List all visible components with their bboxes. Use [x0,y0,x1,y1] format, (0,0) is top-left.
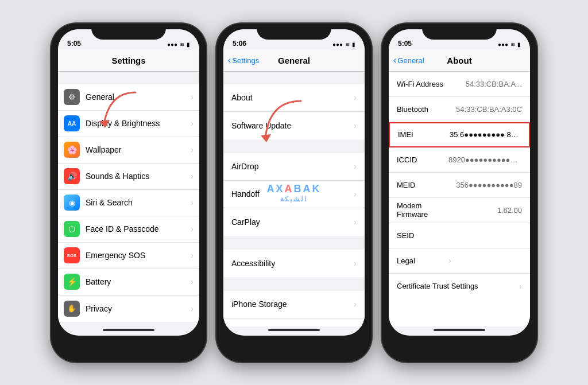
iccid-label: ICCID [397,155,448,164]
general-item-handoff[interactable]: Handoff › [223,181,365,208]
nav-bar-1: Settings [58,50,199,72]
wallpaper-label: Wallpaper [86,145,191,154]
settings-list-1: ⚙ General › AA Display & Brightness › [58,72,199,326]
privacy-chevron: › [191,304,194,313]
display-icon: AA [64,115,80,131]
carplay-label: CarPlay [231,217,354,227]
detail-bluetooth: Bluetooth 54:33:CB:BA:A3:0C [389,97,530,122]
bluetooth-value: 54:33:CB:BA:A3:0C [448,105,522,114]
cert-chevron: › [519,282,522,291]
general-group-3: Accessibility › [223,250,365,277]
screen-1: 5:05 ●●● ≋ ▮ Settings [58,29,199,336]
screen-3: 5:05 ●●● ≋ ▮ ‹ General About [389,29,530,336]
settings-item-sounds[interactable]: 🔊 Sounds & Haptics › [58,164,199,190]
general-label: General [86,92,191,102]
wifi-icon-2: ≋ [345,41,350,48]
battery-chevron: › [191,277,194,286]
wifi-address-label: Wi-Fi Address [397,80,448,88]
siri-chevron: › [191,198,194,207]
wallpaper-icon: 🌸 [64,142,80,158]
handoff-label: Handoff [231,189,354,199]
nav-back-2[interactable]: ‹ Settings [228,55,259,65]
settings-item-privacy[interactable]: ✋ Privacy › [58,295,199,322]
software-chevron: › [354,121,357,130]
status-icons-1: ●●● ≋ ▮ [167,41,190,48]
phone-3: 5:05 ●●● ≋ ▮ ‹ General About [382,24,537,362]
about-chevron: › [354,93,357,102]
general-item-bgrefresh[interactable]: Background App Refresh › [223,318,365,326]
back-label-3: General [397,56,424,65]
meid-value: 356●●●●●●●●●●89 [448,181,522,189]
signal-icon-2: ●●● [332,41,343,48]
faceid-chevron: › [191,224,194,234]
general-group-4: iPhone Storage › Background App Refresh … [223,291,365,326]
detail-meid: MEID 356●●●●●●●●●●89 [389,173,530,198]
battery-label: Battery [86,277,191,286]
settings-item-general[interactable]: ⚙ General › [58,84,199,111]
section-group-1: ⚙ General › AA Display & Brightness › [58,84,199,322]
modem-value: 1.62.00 [448,206,522,215]
detail-cert[interactable]: Certificate Trust Settings › [389,274,530,299]
signal-icon-3: ●●● [498,41,508,48]
back-label-2: Settings [232,56,259,65]
settings-item-battery[interactable]: ⚡ Battery › [58,269,199,295]
general-group-1: About › Software Update › [223,84,365,139]
wifi-address-value: 54:33:CB:BA:A... [448,80,522,88]
detail-seid: SEID [389,223,530,248]
general-item-software[interactable]: Software Update › [223,112,365,139]
time-1: 5:05 [67,40,81,48]
carplay-chevron: › [354,217,357,227]
imei-label: IMEI [398,130,450,139]
airdrop-chevron: › [354,162,357,171]
screen-2: 5:06 ●●● ≋ ▮ ‹ Settings General [223,29,365,336]
back-chevron-3: ‹ [393,55,396,65]
settings-item-display[interactable]: AA Display & Brightness › [58,111,199,137]
nav-bar-2: ‹ Settings General [223,50,365,72]
legal-chevron: › [448,256,451,265]
general-chevron: › [191,92,194,102]
seid-label: SEID [397,231,448,240]
battery-settings-icon: ⚡ [64,274,80,290]
meid-label: MEID [397,181,448,189]
sos-icon: SOS [64,247,80,263]
detail-iccid: ICCID 8920●●●●●●●●●●●●●203 [389,147,530,173]
general-item-accessibility[interactable]: Accessibility › [223,250,365,277]
notch-2 [257,24,331,40]
settings-item-wallpaper[interactable]: 🌸 Wallpaper › [58,137,199,164]
general-item-about[interactable]: About › [223,84,365,112]
battery-icon-3: ▮ [517,41,521,48]
general-item-storage[interactable]: iPhone Storage › [223,291,365,318]
time-2: 5:06 [233,40,246,48]
general-item-carplay[interactable]: CarPlay › [223,208,365,236]
detail-legal[interactable]: Legal › [389,248,530,274]
about-list: Wi-Fi Address 54:33:CB:BA:A... Bluetooth… [389,72,530,326]
settings-item-siri[interactable]: ◉ Siri & Search › [58,190,199,216]
privacy-icon: ✋ [64,301,80,317]
phone-1: 5:05 ●●● ≋ ▮ Settings [51,24,206,362]
general-icon: ⚙ [64,89,80,105]
nav-bar-3: ‹ General About [389,50,530,72]
handoff-chevron: › [354,189,357,199]
home-indicator-2 [268,329,320,331]
notch-1 [91,24,166,40]
status-icons-2: ●●● ≋ ▮ [332,41,355,48]
about-label: About [231,93,354,102]
general-group-2: AirDrop › Handoff › CarPlay › [223,153,365,236]
notch-3 [422,24,497,40]
detail-imei: IMEI 35 6●●●●●●●●● 89 7 [389,122,530,147]
accessibility-label: Accessibility [231,259,354,268]
back-chevron-2: ‹ [228,55,231,65]
settings-item-sos[interactable]: SOS Emergency SOS › [58,243,199,269]
general-item-airdrop[interactable]: AirDrop › [223,153,365,181]
storage-label: iPhone Storage [231,300,354,309]
general-list: About › Software Update › AirDrop › [223,72,365,326]
cert-label: Certificate Trust Settings [397,282,519,290]
nav-back-3[interactable]: ‹ General [393,55,424,65]
settings-item-faceid[interactable]: ⬡ Face ID & Passcode › [58,216,199,243]
battery-icon-2: ▮ [352,41,355,48]
phone-2: 5:06 ●●● ≋ ▮ ‹ Settings General [216,24,372,362]
bluetooth-label: Bluetooth [397,105,448,114]
sounds-chevron: › [191,172,194,181]
wifi-icon-3: ≋ [510,41,515,48]
display-chevron: › [191,119,194,128]
